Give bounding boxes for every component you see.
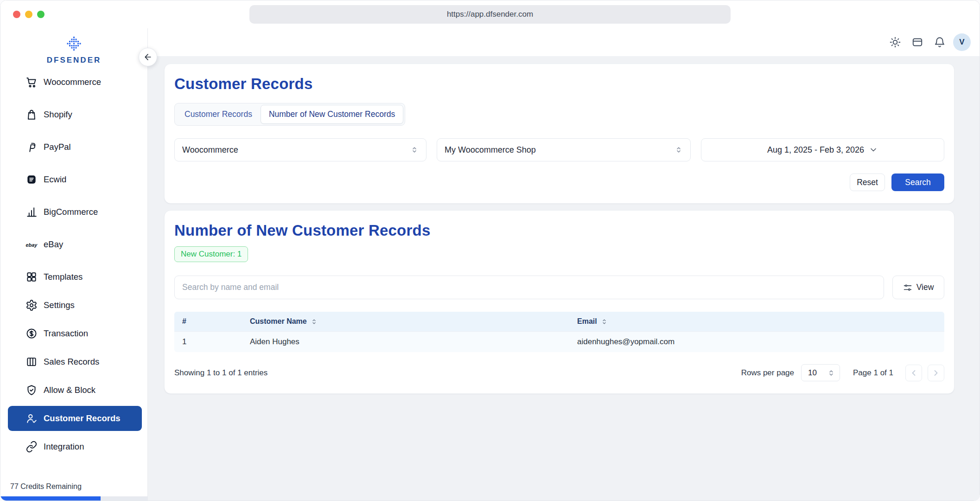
sidebar-item-transaction[interactable]: Transaction [8,321,142,346]
main-area: V Customer Records Customer Records Numb… [148,28,980,501]
sort-icon[interactable] [311,318,318,325]
filter-actions: Reset Search [174,173,944,191]
table-header-row: # Customer Name Email [174,312,944,331]
sidebar-item-label: Woocommerce [44,77,101,87]
next-page-button[interactable] [928,365,944,381]
credits-progress-fill [0,496,101,501]
brand-name: DFSENDER [47,56,102,65]
page-title: Customer Records [174,75,944,93]
sidebar-item-label: eBay [44,239,63,250]
cell-email: aidenhughes@yopmail.com [569,337,944,347]
sidebar-item-label: Shopify [44,109,72,120]
filters-card: Customer Records Customer Records Number… [164,64,955,204]
sidebar-item-bigcommerce[interactable]: BigCommerce [8,199,142,225]
grid-icon [25,271,38,283]
page-indicator: Page 1 of 1 [853,368,893,378]
tab-customer-records[interactable]: Customer Records [176,105,261,124]
sidebar-item-integration[interactable]: Integration [8,434,142,459]
platform-select[interactable]: Woocommerce [174,138,426,161]
sort-icon[interactable] [601,318,608,325]
sidebar-item-label: Integration [44,442,84,452]
sidebar-item-label: Transaction [44,328,88,339]
previous-page-button[interactable] [905,365,922,381]
sidebar-item-allow-block[interactable]: Allow & Block [8,378,142,403]
column-header-number: # [174,317,242,326]
search-button[interactable]: Search [891,173,944,191]
paypal-icon [25,141,38,153]
table-row: 1 Aiden Hughes aidenhughes@yopmail.com [174,331,944,352]
credits-progress-bar [0,496,147,501]
column-header-customer-name[interactable]: Customer Name [242,317,569,326]
dollar-circle-icon [25,328,38,340]
shop-select[interactable]: My Woocommerce Shop [437,138,691,161]
column-header-email[interactable]: Email [569,317,944,326]
view-button-label: View [916,283,934,292]
sidebar-item-customer-records[interactable]: Customer Records [8,406,142,431]
sidebar-item-paypal[interactable]: PayPal [8,135,142,160]
sidebar-app-nav: Templates Settings Transaction [0,264,147,462]
table-columns-icon [25,356,38,368]
results-card: Number of New Customer Records New Custo… [164,210,955,394]
sidebar-item-label: Customer Records [44,413,121,424]
chevron-right-icon [931,368,941,378]
bar-chart-icon [25,206,38,218]
sidebar-item-label: BigCommerce [44,207,98,217]
dfsender-logo-icon [66,36,82,53]
tab-new-customer-records[interactable]: Number of New Customer Records [261,105,403,124]
sidebar-item-woocommerce[interactable]: Woocommerce [8,70,142,95]
chevron-down-icon [869,145,878,154]
platform-select-value: Woocommerce [182,145,238,155]
credits-section: 77 Credits Remaining [0,482,147,501]
notifications-button[interactable] [931,33,948,51]
zoom-button[interactable] [37,11,45,18]
sidebar-item-label: Templates [44,272,83,282]
sidebar-collapse-button[interactable] [139,48,157,66]
cell-number: 1 [174,337,242,347]
cards-panel-button[interactable] [909,33,926,51]
rows-per-page-select[interactable]: 10 [801,364,840,381]
page-content: Customer Records Customer Records Number… [148,56,980,501]
sidebar-item-shopify[interactable]: Shopify [8,102,142,127]
minimize-button[interactable] [25,11,32,18]
browser-window: https://app.dfsender.com [0,0,980,501]
view-button[interactable]: View [892,276,944,299]
reset-button[interactable]: Reset [850,173,885,191]
ebay-icon: ebay [25,238,38,250]
bell-icon [934,36,946,48]
sidebar-item-templates[interactable]: Templates [8,264,142,289]
table-toolbar: View [174,276,944,299]
sidebar-item-label: PayPal [44,142,71,152]
chevrons-up-down-icon [675,146,683,154]
chevrons-up-down-icon [827,369,835,377]
sidebar-item-label: Sales Records [44,357,99,367]
rows-per-page-value: 10 [808,368,817,378]
shield-check-icon [25,384,38,396]
sidebar-item-sales-records[interactable]: Sales Records [8,349,142,374]
sidebar-store-nav: Woocommerce Shopify PayPal [0,70,147,264]
chevrons-up-down-icon [410,146,419,154]
new-customer-badge: New Customer: 1 [174,246,248,262]
card-icon [911,36,923,48]
sidebar: DFSENDER Woocommerce Shopify [0,28,148,501]
sidebar-item-label: Ecwid [44,174,66,185]
theme-toggle-button[interactable] [886,33,904,51]
close-button[interactable] [13,11,20,18]
window-controls [13,11,45,18]
top-toolbar: V [148,28,980,56]
brand-logo: DFSENDER [0,28,147,65]
sidebar-item-ebay[interactable]: ebay eBay [8,232,142,257]
gear-icon [25,299,38,311]
tab-group: Customer Records Number of New Customer … [174,103,405,126]
date-range-picker[interactable]: Aug 1, 2025 - Feb 3, 2026 [701,138,944,161]
customer-table: # Customer Name Email [174,312,944,352]
user-avatar[interactable]: V [953,33,971,51]
pagination-controls: Rows per page 10 Page 1 of 1 [741,364,944,381]
chevron-left-icon [909,368,918,378]
ecwid-icon [25,173,38,186]
address-bar[interactable]: https://app.dfsender.com [249,5,731,24]
search-input[interactable] [174,276,884,299]
shopping-bag-icon [25,109,38,121]
rows-per-page-label: Rows per page [741,368,794,378]
sidebar-item-settings[interactable]: Settings [8,293,142,318]
sidebar-item-ecwid[interactable]: Ecwid [8,167,142,192]
